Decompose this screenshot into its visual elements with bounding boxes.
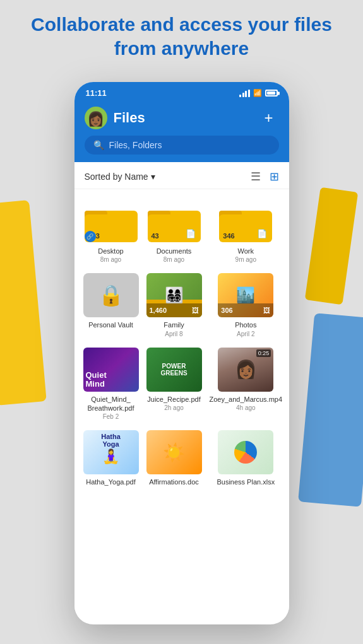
list-view-icon[interactable]: ☰ — [251, 170, 261, 184]
list-item[interactable]: ☀️ Affirmations.doc — [144, 426, 205, 491]
quiet-mind-bg: QuietMind — [83, 348, 139, 392]
video-bg: 👩🏾 0:25 — [218, 348, 273, 392]
hero-section: Collaborate and access your files from a… — [0, 13, 363, 60]
photo-thumb: 👨‍👩‍👧‍👦 1,460 🖼 — [146, 273, 202, 317]
affirm-bg: ☀️ — [146, 430, 202, 474]
header-row: 👩🏾 Files + — [85, 107, 279, 129]
video-thumb-zoey: 👩🏾 0:25 — [218, 348, 273, 392]
vault-icon: 🔒 — [83, 273, 139, 317]
list-item[interactable]: 🏙️ 306 🖼 Photos April 2 — [207, 269, 285, 341]
avatar[interactable]: 👩🏾 — [85, 107, 107, 129]
juice-bg: POWERGREENS — [146, 348, 202, 392]
folder-thumb-desktop: 123 🔗 — [83, 199, 139, 243]
doc-thumb-juice: POWERGREENS — [146, 348, 202, 392]
avatar-image: 👩🏾 — [87, 111, 104, 127]
hatha-text: HathaYoga — [83, 433, 139, 448]
photo-overlay: 1,460 🖼 — [146, 303, 202, 317]
status-time: 11:11 — [86, 88, 107, 98]
status-bar: 11:11 📶 — [74, 82, 289, 102]
pie-chart — [234, 441, 257, 464]
file-date: 8m ago — [164, 256, 184, 263]
biz-bg — [218, 430, 273, 474]
file-grid: 123 🔗 Desktop 8m ago 43 📄 Document — [74, 189, 289, 497]
app-title: Files — [114, 110, 145, 126]
list-item[interactable]: POWERGREENS Juice_Recipe.pdf 2h ago — [144, 344, 205, 424]
video-duration: 0:25 — [256, 349, 271, 357]
phone-shell: 11:11 📶 👩🏾 Files + 🔍 — [74, 82, 289, 624]
list-item[interactable]: 👩🏾 0:25 Zoey_and_Marcus.mp4 4h ago — [207, 344, 285, 424]
file-date: 4h ago — [236, 404, 256, 411]
sort-label[interactable]: Sorted by Name ▾ — [85, 172, 155, 182]
sort-label-text: Sorted by Name — [85, 172, 148, 182]
list-item[interactable]: QuietMind Quiet_Mind_Breathwork.pdf Feb … — [81, 344, 141, 424]
search-bar[interactable]: 🔍 Files, Folders — [85, 136, 279, 155]
folder-count: 43 — [152, 232, 159, 240]
search-icon: 🔍 — [93, 140, 104, 150]
doc-preview: QuietMind — [83, 348, 139, 392]
list-item[interactable]: 🔒 Personal Vault — [81, 269, 141, 341]
file-date: 9m ago — [235, 256, 256, 263]
folder-thumb-work: 346 📄 — [218, 199, 273, 243]
file-name: Quiet_Mind_Breathwork.pdf — [88, 395, 134, 413]
header-left: 👩🏾 Files — [85, 107, 145, 129]
doc-thumb-business — [218, 430, 273, 474]
file-date: April 8 — [165, 331, 182, 337]
doc-preview: POWERGREENS — [146, 348, 202, 392]
file-date: 2h ago — [164, 404, 184, 411]
photo-folder-photos: 🏙️ 306 🖼 — [218, 273, 273, 317]
doc-thumb-quiet-mind: QuietMind — [83, 348, 139, 392]
file-name: Business Plan.xlsx — [217, 477, 275, 486]
photo-count: 1,460 — [150, 307, 167, 314]
file-name: Documents — [157, 247, 192, 255]
list-item[interactable]: 👨‍👩‍👧‍👦 1,460 🖼 Family April 8 — [144, 269, 205, 341]
sort-icons: ☰ ⊞ — [251, 170, 279, 184]
app-header: 👩🏾 Files + 🔍 Files, Folders — [74, 102, 289, 162]
file-name: Family — [164, 320, 184, 329]
quiet-mind-text: QuietMind — [86, 371, 107, 389]
status-icons: 📶 — [239, 89, 278, 97]
file-name: Zoey_and_Marcus.mp4 — [210, 395, 283, 404]
doc-thumb-affirmations: ☀️ — [146, 430, 202, 474]
list-item[interactable]: 43 📄 Documents 8m ago — [144, 196, 205, 267]
file-name: Personal Vault — [88, 320, 133, 329]
grid-view-icon[interactable]: ⊞ — [270, 170, 279, 184]
bg-deco-yellow-right — [305, 187, 358, 305]
photo-thumb: 🏙️ 306 🖼 — [218, 273, 273, 317]
list-item[interactable]: Business Plan.xlsx — [207, 426, 285, 491]
file-name: Work — [238, 247, 254, 255]
folder-count: 346 — [223, 232, 234, 240]
vault-thumb: 🔒 — [83, 273, 139, 317]
doc-preview — [218, 430, 273, 474]
add-button[interactable]: + — [259, 108, 279, 128]
battery-icon — [265, 90, 278, 97]
content-area: Sorted by Name ▾ ☰ ⊞ 123 🔗 — [74, 162, 289, 623]
bg-deco-blue-right — [298, 313, 363, 507]
file-name: Juice_Recipe.pdf — [147, 395, 200, 404]
folder-thumb-documents: 43 📄 — [146, 199, 202, 243]
hero-title: Collaborate and access your files from a… — [25, 13, 338, 60]
video-preview: 👩🏾 0:25 — [218, 348, 273, 392]
file-date: 8m ago — [100, 256, 121, 263]
list-item[interactable]: HathaYoga 🧘‍♀️ Hatha_Yoga.pdf — [81, 426, 141, 491]
hatha-bg: HathaYoga 🧘‍♀️ — [83, 430, 139, 474]
doc-thumb-hatha: HathaYoga 🧘‍♀️ — [83, 430, 139, 474]
sort-chevron: ▾ — [151, 172, 155, 182]
doc-icon: 📄 — [186, 229, 196, 238]
photo-count: 306 — [221, 307, 232, 314]
list-item[interactable]: 123 🔗 Desktop 8m ago — [81, 196, 141, 267]
photo-overlay: 306 🖼 — [218, 303, 273, 317]
doc-preview: HathaYoga 🧘‍♀️ — [83, 430, 139, 474]
file-name: Affirmations.doc — [149, 477, 199, 486]
image-icon: 🖼 — [192, 307, 199, 314]
file-date: Feb 2 — [103, 413, 119, 420]
list-item[interactable]: 346 📄 Work 9m ago — [207, 196, 285, 267]
search-placeholder: Files, Folders — [109, 140, 162, 150]
file-date: April 2 — [237, 331, 254, 337]
photo-folder-family: 👨‍👩‍👧‍👦 1,460 🖼 — [146, 273, 202, 317]
juice-text: POWERGREENS — [160, 363, 187, 377]
sort-bar: Sorted by Name ▾ ☰ ⊞ — [74, 162, 289, 189]
link-badge: 🔗 — [85, 231, 96, 242]
signal-icon — [239, 90, 250, 97]
image-icon: 🖼 — [263, 307, 270, 314]
wifi-icon: 📶 — [253, 89, 262, 97]
